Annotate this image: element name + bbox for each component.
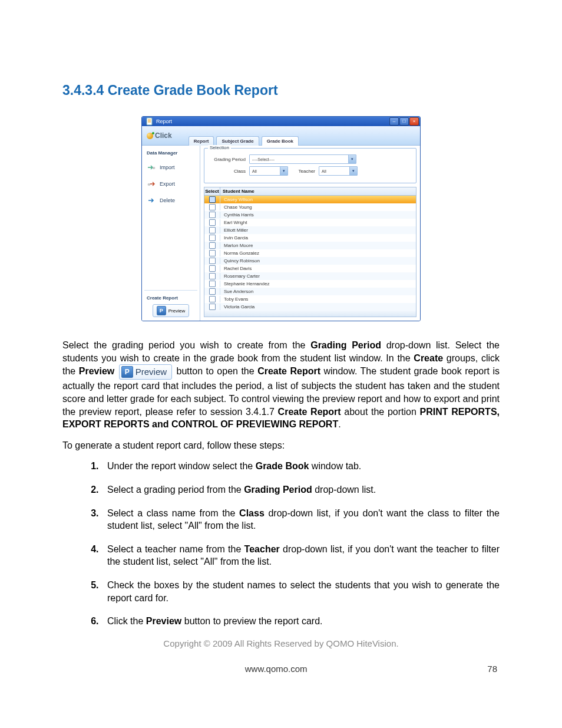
step-bold: Preview	[146, 616, 181, 626]
row-checkbox[interactable]	[209, 235, 216, 241]
row-checkbox[interactable]	[209, 250, 216, 256]
row-checkbox[interactable]	[209, 265, 216, 272]
row-checkbox[interactable]	[209, 296, 216, 302]
svg-point-1	[153, 167, 156, 169]
sidebar-group-data-manager: Data Manager	[144, 149, 197, 157]
table-row[interactable]: Quincy Robinson	[204, 257, 416, 265]
row-checkbox[interactable]	[209, 258, 216, 264]
body-text: Select the grading period you wish to cr…	[62, 339, 500, 628]
table-row[interactable]: Casey Wilson	[204, 196, 416, 203]
table-row[interactable]: Sue Anderson	[204, 288, 416, 295]
prose-bold: Preview	[79, 367, 114, 377]
grid-footer	[204, 311, 416, 317]
grading-period-label: Grading Period	[209, 157, 246, 162]
table-row[interactable]: Cynthia Harris	[204, 211, 416, 219]
class-select[interactable]: All ▾	[249, 166, 288, 176]
table-row[interactable]: Chase Young	[204, 203, 416, 211]
table-row[interactable]: Rachel Davis	[204, 265, 416, 272]
grid-header: Select Student Name	[204, 187, 416, 196]
delete-label: Delete	[160, 197, 175, 203]
step-text: drop-down list.	[312, 485, 376, 495]
prose-bold: Create Report	[278, 407, 341, 417]
row-checkbox[interactable]	[209, 281, 216, 287]
student-name-cell: Norma Gonzalez	[220, 251, 416, 256]
inline-preview-label: Preview	[135, 366, 167, 378]
table-row[interactable]: Stephanie Hernandez	[204, 280, 416, 288]
svg-rect-0	[147, 118, 152, 125]
student-name-cell: Quincy Robinson	[220, 258, 416, 263]
prose-text: button to open the	[173, 367, 257, 377]
table-row[interactable]: Victoria Garcia	[204, 303, 416, 311]
maximize-button[interactable]: □	[399, 117, 409, 126]
student-name-cell: Marlon Moore	[220, 243, 416, 248]
export-label: Export	[160, 181, 175, 187]
row-checkbox[interactable]	[209, 288, 216, 295]
row-checkbox[interactable]	[209, 212, 216, 218]
chevron-down-icon: ▾	[280, 167, 287, 175]
table-row[interactable]: Marlon Moore	[204, 242, 416, 249]
student-name-cell: Sue Anderson	[220, 289, 416, 294]
app-logo: Click	[147, 131, 172, 140]
row-checkbox[interactable]	[209, 227, 216, 233]
step-text: Click the	[107, 616, 146, 626]
row-checkbox[interactable]	[209, 242, 216, 249]
student-name-cell: Elliott Miller	[220, 228, 416, 233]
table-row[interactable]: Irvin Garcia	[204, 234, 416, 242]
page-footer: www.qomo.com 78	[62, 664, 500, 674]
selection-group: Selection Grading Period ----Select---- …	[204, 148, 416, 183]
prose-intro-steps: To generate a student report card, follo…	[62, 439, 500, 452]
import-icon	[147, 163, 156, 172]
tab-subject-grade[interactable]: Subject Grade	[216, 136, 259, 146]
inline-preview-button: P Preview	[119, 364, 172, 380]
close-button[interactable]: ×	[409, 117, 419, 126]
export-button[interactable]: Export	[144, 178, 197, 190]
row-checkbox[interactable]	[209, 196, 216, 203]
step-text: Select a grading period from the	[107, 485, 244, 495]
tab-report[interactable]: Report	[189, 136, 214, 146]
student-name-cell: Victoria Garcia	[220, 304, 416, 309]
delete-button[interactable]: Delete	[144, 195, 197, 206]
row-checkbox[interactable]	[209, 304, 216, 310]
delete-icon	[147, 196, 156, 205]
window-title: Report	[156, 118, 172, 124]
row-checkbox[interactable]	[209, 219, 216, 226]
step-item: Select a class name from the Class drop-…	[101, 507, 500, 532]
step-text: button to preview the report card.	[181, 616, 322, 626]
col-name-header: Student Name	[220, 187, 416, 195]
step-text: Under the report window select the	[107, 461, 256, 471]
grading-period-select[interactable]: ----Select---- ▾	[249, 154, 356, 164]
tab-grade-book[interactable]: Grade Book	[262, 136, 299, 146]
row-checkbox[interactable]	[209, 273, 216, 279]
export-icon	[147, 180, 156, 188]
minimize-button[interactable]: –	[389, 117, 399, 126]
step-item: Check the boxes by the student names to …	[101, 579, 500, 604]
prose-text: about the portion	[341, 407, 420, 417]
preview-icon: P	[157, 306, 166, 315]
import-button[interactable]: Import	[144, 162, 197, 173]
step-bold: Class	[239, 508, 265, 518]
table-row[interactable]: Earl Wright	[204, 219, 416, 226]
class-value: All	[252, 169, 257, 173]
teacher-select[interactable]: All ▾	[319, 166, 358, 176]
report-window: Report – □ × Click Report Subject Grade …	[141, 116, 421, 321]
steps-list: Under the report window select the Grade…	[62, 460, 500, 627]
step-bold: Grading Period	[244, 485, 312, 495]
prose-text: .	[338, 419, 340, 429]
prose-bold: Grading Period	[310, 340, 381, 350]
main-pane: Selection Grading Period ----Select---- …	[200, 146, 420, 321]
student-name-cell: Earl Wright	[220, 220, 416, 225]
import-label: Import	[160, 164, 175, 170]
table-row[interactable]: Rosemary Carter	[204, 272, 416, 280]
sidebar: Data Manager Import Export	[142, 146, 200, 321]
row-checkbox[interactable]	[209, 204, 216, 210]
table-row[interactable]: Toby Evans	[204, 295, 416, 303]
student-name-cell: Rosemary Carter	[220, 274, 416, 279]
student-name-cell: Irvin Garcia	[220, 235, 416, 241]
chevron-down-icon: ▾	[348, 155, 356, 163]
grading-period-value: ----Select----	[252, 157, 275, 162]
table-row[interactable]: Norma Gonzalez	[204, 249, 416, 257]
preview-button[interactable]: P Preview	[153, 304, 189, 317]
table-row[interactable]: Elliott Miller	[204, 226, 416, 234]
student-name-cell: Rachel Davis	[220, 266, 416, 271]
step-text: Select a class name from the	[107, 508, 239, 518]
